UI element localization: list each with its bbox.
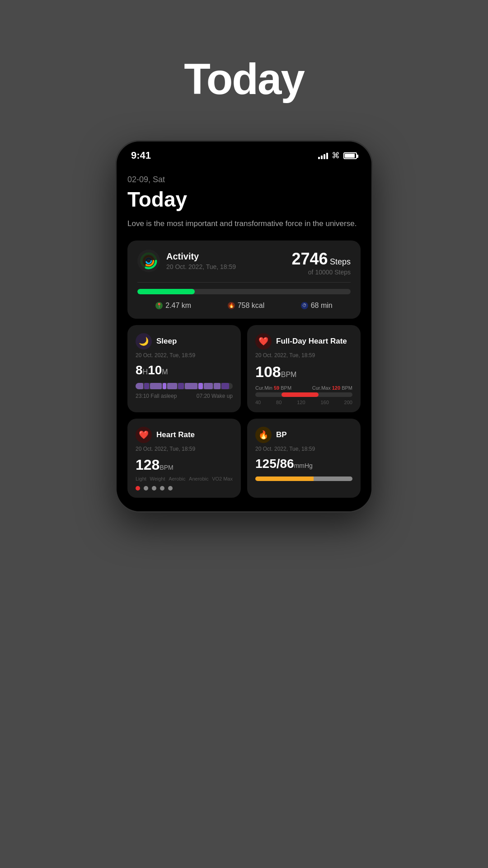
zone-labels: Light Weight Aerobic Anerobic VO2 Max <box>136 476 233 481</box>
sleep-value: 8H10M <box>136 363 233 377</box>
bp-bar-area <box>255 476 352 481</box>
kcal-icon: 🔥 <box>228 302 235 309</box>
sleep-bar <box>136 383 233 389</box>
zone-dot-gray3 <box>160 486 164 491</box>
stat-distance: 📍 2.47 km <box>155 302 191 310</box>
steps-of: of 10000 Steps <box>291 269 351 276</box>
phone-content: 02-09, Sat Today Love is the most import… <box>117 166 371 511</box>
bp-date: 20 Oct. 2022, Tue, 18:59 <box>255 446 352 452</box>
sleep-date: 20 Oct. 2022, Tue, 18:59 <box>136 352 233 359</box>
bp-label: BP <box>276 430 287 439</box>
sleep-icon: 🌙 <box>136 333 152 349</box>
time-icon: ⏱ <box>301 302 308 309</box>
quote-text: Love is the most important and transform… <box>127 218 361 230</box>
zone-dot-red <box>136 486 140 491</box>
signal-icon <box>318 152 328 159</box>
heart-rate-icon: ❤️ <box>136 427 152 443</box>
heart-rate-value: 128BPM <box>136 457 233 473</box>
activity-progress-track <box>137 289 351 294</box>
sleep-card: 🌙 Sleep 20 Oct. 2022, Tue, 18:59 8H10M <box>127 325 241 412</box>
activity-stats: 📍 2.47 km 🔥 758 kcal ⏱ 68 min <box>137 302 351 310</box>
rings-svg <box>140 252 157 269</box>
bp-card: 🔥 BP 20 Oct. 2022, Tue, 18:59 125/86mmHg <box>247 419 361 498</box>
zone-dot-gray2 <box>152 486 156 491</box>
status-time: 9:41 <box>131 150 151 161</box>
zone-dot-gray4 <box>168 486 173 491</box>
status-bar: 9:41 ⌘ <box>117 142 371 166</box>
wake-up: 07:20 Wake up <box>197 393 233 399</box>
activity-progress-fill <box>137 289 195 294</box>
hr-bar-fill <box>282 392 319 397</box>
bp-value: 125/86mmHg <box>255 457 352 471</box>
distance-icon: 📍 <box>155 302 163 309</box>
full-day-hr-card: ❤️ Full-Day Heart Rate 20 Oct. 2022, Tue… <box>247 325 361 412</box>
stat-time: ⏱ 68 min <box>301 302 333 310</box>
sleep-label: Sleep <box>156 337 177 346</box>
steps-unit: Steps <box>330 257 351 266</box>
stat-kcal: 🔥 758 kcal <box>228 302 265 310</box>
steps-count: 2746 <box>291 250 328 268</box>
battery-icon <box>343 152 357 159</box>
sleep-times: 23:10 Fall asleep 07:20 Wake up <box>136 393 233 399</box>
full-day-hr-label: Full-Day Heart Rate <box>276 337 347 346</box>
hr-icon: ❤️ <box>255 333 272 349</box>
heart-rate-label: Heart Rate <box>156 430 195 439</box>
hr-bar-track <box>255 392 352 397</box>
activity-label: Activity <box>166 251 236 262</box>
hr-scale: 4080120160200 <box>255 400 352 405</box>
page-title: Today <box>184 54 304 104</box>
status-icons: ⌘ <box>318 151 357 160</box>
activity-icon <box>137 250 160 272</box>
activity-card: Activity 20 Oct. 2022, Tue, 18:59 2746 S… <box>127 241 361 319</box>
wifi-icon: ⌘ <box>332 151 340 160</box>
small-cards-row: 🌙 Sleep 20 Oct. 2022, Tue, 18:59 8H10M <box>127 325 361 412</box>
divider <box>137 282 351 283</box>
heart-rate-card: ❤️ Heart Rate 20 Oct. 2022, Tue, 18:59 1… <box>127 419 241 498</box>
fall-asleep: 23:10 Fall asleep <box>136 393 177 399</box>
zone-dots <box>136 486 233 491</box>
today-heading: Today <box>127 187 361 212</box>
hr-range-labels: Cur.Min 59 BPM Cur.Max 120 BPM <box>255 385 352 391</box>
date-label: 02-09, Sat <box>127 175 361 184</box>
activity-date: 20 Oct. 2022, Tue, 18:59 <box>166 263 236 270</box>
phone-frame: 9:41 ⌘ 02-09, Sat Today Love is the most… <box>115 140 373 513</box>
zone-dot-gray1 <box>144 486 148 491</box>
full-day-hr-date: 20 Oct. 2022, Tue, 18:59 <box>255 352 352 359</box>
hr-value: 108BPM <box>255 363 352 381</box>
bottom-cards-row: ❤️ Heart Rate 20 Oct. 2022, Tue, 18:59 1… <box>127 419 361 498</box>
bp-icon: 🔥 <box>255 427 272 443</box>
heart-rate-date: 20 Oct. 2022, Tue, 18:59 <box>136 446 233 452</box>
